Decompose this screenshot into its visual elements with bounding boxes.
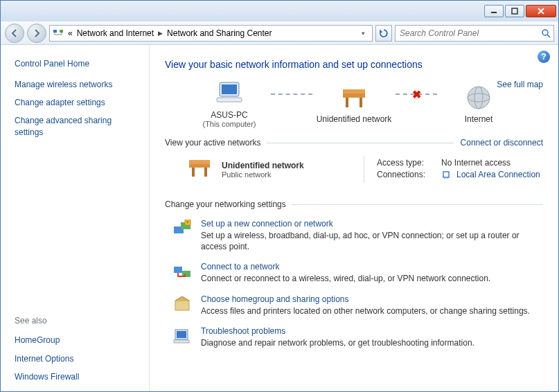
content-body: Control Panel Home Manage wireless netwo… — [1, 45, 558, 391]
active-networks-heading: View your active networks Connect or dis… — [165, 138, 543, 148]
address-dropdown[interactable]: ▾ — [357, 26, 369, 41]
page-title: View your basic network information and … — [165, 59, 543, 70]
breadcrumb-prefix[interactable]: « — [68, 28, 73, 38]
svg-rect-29 — [174, 267, 182, 273]
sidebar-seealso-homegroup[interactable]: HomeGroup — [15, 335, 149, 346]
setup-connection-icon: + — [172, 219, 193, 238]
connection-link[interactable]: Local Area Connection — [456, 170, 540, 179]
computer-icon — [214, 80, 245, 107]
sidebar-seealso-firewall[interactable]: Windows Firewall — [15, 371, 149, 382]
disconnected-icon: ✖ — [412, 88, 421, 101]
node-network-label: Unidentified network — [312, 114, 396, 124]
back-button[interactable] — [5, 24, 24, 43]
search-icon[interactable] — [538, 28, 553, 38]
breadcrumb-current[interactable]: Network and Sharing Center — [167, 28, 272, 38]
task-troubleshoot-desc: Diagnose and repair network problems, or… — [201, 337, 543, 348]
forward-button[interactable] — [27, 24, 46, 43]
svg-line-7 — [547, 35, 550, 37]
svg-rect-34 — [174, 340, 189, 343]
svg-rect-11 — [343, 93, 365, 98]
task-connect-network: Connect to a network Connect or reconnec… — [172, 262, 543, 284]
ethernet-icon — [441, 170, 451, 179]
task-setup-connection-link[interactable]: Set up a new connection or network — [201, 219, 543, 229]
network-center-icon — [53, 28, 64, 39]
access-type-label: Access type: — [377, 158, 436, 168]
node-internet-label: Internet — [437, 114, 520, 124]
search-input[interactable] — [396, 28, 538, 38]
bench-icon — [186, 156, 213, 183]
task-homegroup: Choose homegroup and sharing options Acc… — [172, 294, 543, 317]
svg-rect-12 — [343, 89, 365, 93]
svg-text:+: + — [186, 220, 189, 226]
sidebar-link-advanced-sharing[interactable]: Change advanced sharing settings — [15, 115, 132, 137]
node-internet: Internet — [437, 84, 520, 124]
task-homegroup-desc: Access files and printers located on oth… — [201, 305, 543, 317]
address-bar[interactable]: « Network and Internet ▶ Network and Sha… — [49, 25, 373, 42]
node-this-pc: ASUS-PC (This computer) — [188, 80, 271, 128]
svg-rect-31 — [175, 301, 189, 310]
task-setup-connection-desc: Set up a wireless, broadband, dial-up, a… — [201, 230, 543, 252]
svg-rect-21 — [204, 168, 207, 177]
chevron-right-icon: ▶ — [158, 30, 163, 37]
svg-rect-22 — [443, 172, 449, 177]
svg-rect-20 — [192, 168, 195, 177]
minimize-button[interactable] — [484, 5, 504, 17]
svg-rect-33 — [177, 331, 186, 338]
refresh-button[interactable] — [375, 25, 392, 42]
svg-point-15 — [468, 87, 490, 109]
see-also-heading: See also — [15, 316, 149, 326]
svg-rect-19 — [189, 160, 210, 164]
svg-rect-13 — [346, 98, 348, 107]
see-full-map-link[interactable]: See full map — [497, 80, 543, 89]
active-network-row: Unidentified network Public network Acce… — [165, 154, 543, 190]
task-connect-network-desc: Connect or reconnect to a wireless, wire… — [201, 273, 543, 284]
active-network-name: Unidentified network — [222, 161, 304, 170]
task-connect-network-link[interactable]: Connect to a network — [201, 262, 543, 271]
connect-disconnect-link[interactable]: Connect or disconnect — [461, 138, 543, 148]
task-troubleshoot: Troubleshoot problems Diagnose and repai… — [172, 326, 543, 348]
connection-line-2: ✖ — [396, 93, 437, 95]
node-pc-label: ASUS-PC — [188, 110, 271, 120]
sidebar-link-wireless[interactable]: Manage wireless networks — [15, 79, 149, 90]
main-panel: ? View your basic network information an… — [150, 45, 558, 391]
search-box — [395, 25, 554, 42]
change-settings-heading: Change your networking settings — [165, 199, 543, 209]
svg-point-6 — [542, 30, 548, 35]
task-setup-connection: + Set up a new connection or network Set… — [172, 219, 543, 252]
svg-rect-1 — [512, 8, 517, 14]
bench-icon — [339, 84, 369, 112]
active-networks-label: View your active networks — [165, 138, 261, 148]
access-type-value: No Internet access — [441, 158, 511, 168]
control-panel-window: « Network and Internet ▶ Network and Sha… — [0, 0, 559, 392]
active-network-type: Public network — [222, 170, 304, 179]
svg-rect-14 — [360, 98, 362, 107]
network-map: See full map ASUS-PC (This computer) — [165, 80, 543, 128]
navigation-bar: « Network and Internet ▶ Network and Sha… — [1, 21, 558, 45]
connection-line-1 — [271, 93, 312, 95]
sidebar: Control Panel Home Manage wireless netwo… — [1, 45, 150, 391]
svg-rect-18 — [189, 164, 210, 168]
svg-rect-5 — [60, 30, 63, 33]
titlebar — [1, 1, 558, 21]
breadcrumb-parent[interactable]: Network and Internet — [77, 28, 154, 38]
change-settings-label: Change your networking settings — [165, 199, 286, 209]
svg-rect-4 — [53, 30, 57, 33]
connect-network-icon — [172, 262, 193, 281]
globe-icon — [463, 84, 494, 112]
close-button[interactable] — [526, 5, 556, 17]
node-network: Unidentified network — [312, 84, 396, 124]
task-homegroup-link[interactable]: Choose homegroup and sharing options — [201, 294, 543, 304]
maximize-button[interactable] — [505, 5, 524, 17]
connections-label: Connections: — [377, 170, 436, 179]
task-troubleshoot-link[interactable]: Troubleshoot problems — [201, 326, 543, 336]
svg-rect-10 — [217, 98, 242, 102]
troubleshoot-icon — [172, 326, 193, 346]
sidebar-link-adapter[interactable]: Change adapter settings — [15, 97, 149, 108]
help-icon[interactable]: ? — [538, 51, 550, 63]
node-pc-sublabel: (This computer) — [188, 120, 271, 128]
sidebar-seealso-internet-options[interactable]: Internet Options — [15, 353, 149, 364]
svg-rect-9 — [222, 84, 237, 94]
homegroup-icon — [172, 294, 193, 314]
control-panel-home-link[interactable]: Control Panel Home — [15, 59, 149, 69]
